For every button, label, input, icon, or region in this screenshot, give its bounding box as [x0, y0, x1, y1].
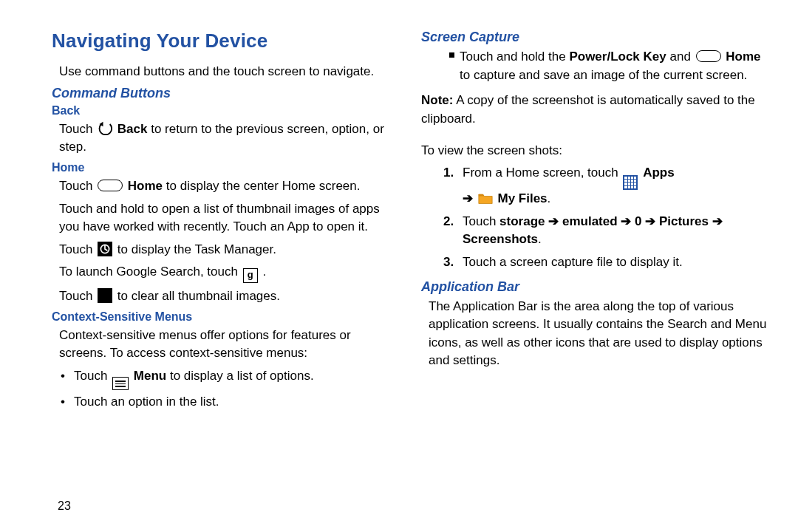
page-number: 23: [58, 499, 71, 513]
section-command-buttons: Command Buttons: [52, 86, 399, 101]
ctx-bullet-1: • Touch Menu to display a list of option…: [61, 367, 399, 391]
text: .: [262, 265, 266, 279]
folder-icon: [478, 191, 493, 205]
right-column: Screen Capture Touch and hold the Power/…: [421, 30, 768, 510]
text: My Files: [497, 191, 547, 205]
subsection-back: Back: [52, 104, 399, 117]
step-number: 3.: [443, 253, 463, 272]
intro-text: Use command buttons and the touch screen…: [59, 63, 399, 81]
subsection-context-menus: Context-Sensitive Menus: [52, 310, 399, 324]
home-icon: [696, 50, 721, 62]
left-column: Navigating Your Device Use command butto…: [52, 30, 399, 510]
text: Touch and hold the Power/Lock Key and Ho…: [460, 48, 768, 84]
text: Apps: [643, 166, 675, 180]
text: .: [538, 232, 542, 246]
task-manager-icon: [98, 242, 112, 256]
text: Home: [128, 179, 163, 193]
step-2: 2. Touch storage ➔ emulated ➔ 0 ➔ Pictur…: [443, 213, 768, 249]
text: Touch: [59, 242, 96, 256]
note-line: Note: A copy of the screenshot is automa…: [421, 92, 768, 128]
home-line2: Touch and hold to open a list of thumbna…: [59, 200, 399, 236]
appbar-text: The Application Bar is the area along th…: [429, 298, 768, 371]
text: Power/Lock Key: [569, 50, 666, 64]
text: storage ➔ emulated ➔ 0 ➔ Pictures ➔ Scre…: [463, 214, 723, 247]
text: From a Home screen, touch: [463, 166, 621, 180]
apps-icon: [623, 175, 638, 190]
bullet-marker: •: [61, 367, 74, 391]
page-title: Navigating Your Device: [52, 30, 399, 52]
text: .: [548, 191, 551, 205]
text: Touch: [74, 369, 111, 383]
text: Touch and hold the: [460, 50, 569, 64]
text: Touch: [59, 179, 96, 193]
section-application-bar: Application Bar: [421, 279, 768, 295]
note-text: A copy of the screenshot is automaticall…: [421, 93, 755, 126]
text: Touch Menu to display a list of options.: [74, 367, 314, 391]
square-bullet-icon: [443, 48, 460, 84]
text: to display the center Home screen.: [166, 179, 361, 193]
text: Touch a screen capture file to display i…: [463, 253, 683, 272]
text: and: [669, 50, 694, 64]
google-icon: g: [243, 268, 258, 283]
bullet-marker: •: [61, 393, 74, 412]
note-label: Note:: [421, 93, 453, 107]
text: to display the Task Manager.: [117, 242, 276, 256]
arrow-icon: ➔: [463, 191, 477, 205]
text: Touch: [463, 214, 499, 228]
clear-all-icon: [98, 288, 112, 303]
manual-page: Navigating Your Device Use command butto…: [0, 0, 798, 532]
section-screen-capture: Screen Capture: [421, 30, 768, 45]
sc-bullet-1: Touch and hold the Power/Lock Key and Ho…: [443, 48, 768, 84]
text: to capture and save an image of the curr…: [460, 68, 747, 82]
ctx-bullet-2: • Touch an option in the list.: [61, 393, 399, 412]
text: Back: [117, 122, 148, 136]
ctx-intro: Context-sensitive menus offer options fo…: [59, 327, 399, 363]
text: From a Home screen, touch Apps ➔ My File…: [463, 164, 675, 208]
view-intro: To view the screen shots:: [421, 142, 768, 160]
step-3: 3. Touch a screen capture file to displa…: [443, 253, 768, 272]
subsection-home: Home: [52, 161, 399, 174]
text: Touch storage ➔ emulated ➔ 0 ➔ Pictures …: [463, 213, 768, 249]
menu-icon: [112, 377, 129, 390]
text: to display a list of options.: [170, 369, 314, 383]
text: Touch an option in the list.: [74, 393, 219, 412]
home-icon: [98, 180, 123, 191]
back-icon: [98, 120, 112, 135]
step-1: 1. From a Home screen, touch Apps ➔ My F…: [443, 164, 768, 208]
home-line3: Touch to display the Task Manager.: [59, 241, 399, 259]
back-text: Touch Back to return to the previous scr…: [59, 120, 399, 157]
step-number: 2.: [443, 213, 463, 249]
text: Touch: [59, 122, 96, 136]
step-number: 1.: [443, 164, 463, 208]
home-line4: To launch Google Search, touch g .: [59, 263, 399, 282]
home-line1: Touch Home to display the center Home sc…: [59, 177, 399, 196]
text: Touch: [59, 289, 96, 303]
home-line5: Touch to clear all thumbnail images.: [59, 287, 399, 306]
text: Menu: [134, 369, 166, 383]
text: to clear all thumbnail images.: [117, 289, 280, 303]
text: To launch Google Search, touch: [59, 265, 242, 279]
text: Home: [726, 50, 760, 64]
